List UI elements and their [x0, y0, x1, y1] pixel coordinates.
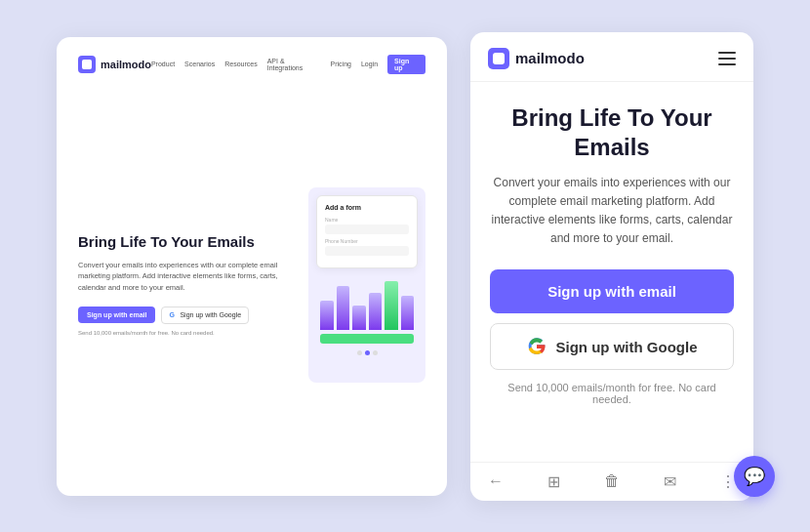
form-card: Add a form Name Phone Number	[316, 195, 418, 268]
mobile-signup-email-button[interactable]: Sign up with email	[490, 269, 734, 313]
cta-buttons: Sign up with email G Sign up with Google	[78, 307, 297, 324]
bar-chart-2	[337, 286, 350, 330]
mobile-logo-icon	[488, 48, 509, 69]
left-card: mailmodo Product Scenarios Resources API…	[57, 37, 447, 496]
hero-text: Bring Life To Your Emails Convert your e…	[78, 90, 297, 480]
nav-links: Product Scenarios Resources API & Integr…	[151, 55, 425, 74]
form-card-title: Add a form	[325, 204, 409, 211]
grid-icon[interactable]: ⊞	[547, 472, 560, 491]
nav-product: Product	[151, 61, 175, 67]
form-submit-btn	[320, 334, 414, 344]
google-g-icon: G	[169, 311, 177, 319]
google-logo-icon	[527, 337, 547, 356]
signup-google-button[interactable]: G Sign up with Google	[161, 307, 249, 324]
mobile-free-text: Send 10,000 emails/month for free. No ca…	[490, 382, 734, 405]
delete-icon[interactable]: 🗑	[604, 472, 620, 490]
chat-button[interactable]: 💬	[734, 456, 775, 497]
google-btn-label: Sign up with Google	[556, 339, 698, 355]
dot-3	[373, 350, 378, 355]
nav-login[interactable]: Login	[361, 61, 378, 67]
hero-section: Bring Life To Your Emails Convert your e…	[78, 90, 425, 480]
mail-icon[interactable]: ✉	[664, 472, 676, 491]
mobile-hero-title: Bring Life To Your Emails	[490, 103, 734, 162]
logo-icon	[78, 56, 96, 73]
mobile-logo: mailmodo	[488, 48, 585, 69]
nav-resources: Resources	[224, 61, 257, 67]
right-card: mailmodo Bring Life To Your Emails Conve…	[470, 32, 753, 501]
logo-text: mailmodo	[101, 59, 151, 70]
hero-description: Convert your emails into experiences wit…	[78, 260, 297, 293]
form-name-field	[325, 225, 409, 234]
bar-chart-6	[401, 296, 415, 330]
mobile-hero-description: Convert your emails into experiences wit…	[490, 174, 734, 249]
logo: mailmodo	[78, 56, 151, 73]
signup-email-button[interactable]: Sign up with email	[78, 307, 155, 323]
mobile-header: mailmodo	[470, 32, 753, 82]
dot-1	[357, 350, 362, 355]
hamburger-line-1	[718, 52, 736, 54]
form-mockup: Add a form Name Phone Number	[308, 90, 425, 480]
hero-title: Bring Life To Your Emails	[78, 233, 297, 252]
mobile-bottom-bar: ← ⊞ 🗑 ✉ ⋮	[470, 462, 753, 501]
nav-api: API & Integrations	[267, 58, 321, 71]
nav-scenarios: Scenarios	[184, 61, 215, 67]
bar-chart-4	[369, 293, 383, 330]
chat-icon: 💬	[744, 466, 765, 487]
dot-active	[365, 350, 370, 355]
mobile-logo-text: mailmodo	[515, 50, 585, 66]
nav-signup-button[interactable]: Sign up	[387, 55, 425, 74]
hamburger-line-3	[718, 63, 736, 65]
bar-chart-5	[385, 281, 398, 330]
form-phone-field	[325, 246, 409, 256]
mobile-signup-google-button[interactable]: Sign up with Google	[490, 323, 734, 370]
free-text: Send 10,000 emails/month for free. No ca…	[78, 330, 297, 336]
back-button[interactable]: ←	[488, 472, 504, 490]
bar-chart-3	[352, 306, 366, 330]
hamburger-menu[interactable]	[718, 52, 736, 65]
navbar: mailmodo Product Scenarios Resources API…	[78, 55, 425, 74]
nav-pricing: Pricing	[331, 61, 351, 67]
hamburger-line-2	[718, 58, 736, 60]
bar-chart-1	[320, 301, 334, 330]
mobile-hero: Bring Life To Your Emails Convert your e…	[470, 82, 753, 462]
